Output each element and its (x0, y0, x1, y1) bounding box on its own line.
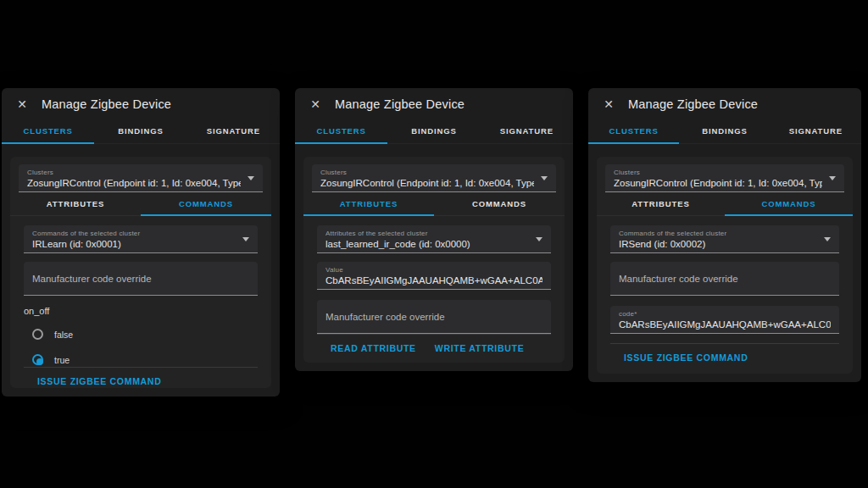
actions-row: ISSUE ZIGBEE COMMAND (610, 344, 839, 374)
chevron-down-icon (248, 176, 254, 180)
clusters-select-value: ZosungIRControl (Endpoint id: 1, Id: 0xe… (320, 178, 534, 188)
desktop-background: ✕ Manage Zigbee Device CLUSTERS BINDINGS… (0, 0, 868, 488)
subtab-attributes[interactable]: ATTRIBUTES (10, 192, 141, 215)
main-tabbar: CLUSTERS BINDINGS SIGNATURE (2, 119, 280, 144)
command-select-label: Commands of the selected cluster (619, 230, 817, 237)
actions-row: READ ATTRIBUTE WRITE ATTRIBUTE (317, 335, 551, 363)
issue-zigbee-command-button[interactable]: ISSUE ZIGBEE COMMAND (624, 352, 748, 363)
clusters-card: Clusters ZosungIRControl (Endpoint id: 1… (10, 157, 271, 388)
subtab-attributes[interactable]: ATTRIBUTES (303, 192, 434, 215)
manufacturer-code-input[interactable] (619, 274, 831, 284)
code-field[interactable]: code* (610, 306, 839, 334)
value-field-label: Value (326, 266, 542, 274)
clusters-card: Clusters ZosungIRControl (Endpoint id: 1… (597, 157, 853, 374)
clusters-select[interactable]: Clusters ZosungIRControl (Endpoint id: 1… (605, 164, 844, 192)
tab-signature[interactable]: SIGNATURE (771, 119, 861, 143)
tab-clusters[interactable]: CLUSTERS (588, 119, 679, 143)
manufacturer-code-input[interactable] (326, 312, 542, 322)
dialog-title: Manage Zigbee Device (335, 97, 465, 111)
dialog-header: ✕ Manage Zigbee Device (588, 88, 861, 116)
command-select-value: IRSend (id: 0x0002) (619, 239, 817, 249)
radio-unchecked-icon[interactable] (32, 329, 43, 340)
chevron-down-icon (824, 237, 831, 241)
subtab-commands[interactable]: COMMANDS (434, 192, 565, 215)
actions-section: ISSUE ZIGBEE COMMAND (610, 343, 839, 374)
issue-zigbee-command-button[interactable]: ISSUE ZIGBEE COMMAND (37, 376, 161, 386)
radio-group-label: on_off (24, 306, 258, 316)
clusters-select-value: ZosungIRControl (Endpoint id: 1, Id: 0xe… (27, 178, 241, 188)
attribute-select[interactable]: Attributes of the selected cluster last_… (317, 225, 551, 253)
subtab-commands[interactable]: COMMANDS (725, 192, 853, 215)
manufacturer-code-field[interactable] (24, 262, 258, 296)
tab-clusters[interactable]: CLUSTERS (2, 119, 94, 143)
attribute-select-label: Attributes of the selected cluster (326, 230, 529, 237)
actions-section: ISSUE ZIGBEE COMMAND (24, 367, 258, 388)
clusters-select-label: Clusters (614, 169, 822, 176)
tab-bindings[interactable]: BINDINGS (679, 119, 770, 143)
tab-bindings[interactable]: BINDINGS (387, 119, 480, 143)
manage-zigbee-device-dialog-2: ✕ Manage Zigbee Device CLUSTERS BINDINGS… (295, 88, 573, 371)
dialog-title: Manage Zigbee Device (42, 97, 171, 111)
attribute-select-value: last_learned_ir_code (id: 0x0000) (326, 239, 529, 249)
commands-form: Commands of the selected cluster IRSend … (597, 216, 853, 374)
clusters-select-label: Clusters (320, 169, 534, 176)
chevron-down-icon (541, 176, 548, 180)
main-tabbar: CLUSTERS BINDINGS SIGNATURE (588, 119, 861, 144)
tab-bindings[interactable]: BINDINGS (94, 119, 186, 143)
dialog-header: ✕ Manage Zigbee Device (2, 88, 280, 116)
manage-zigbee-device-dialog-3: ✕ Manage Zigbee Device CLUSTERS BINDINGS… (588, 88, 861, 382)
clusters-select[interactable]: Clusters ZosungIRControl (Endpoint id: 1… (312, 164, 556, 192)
manage-zigbee-device-dialog-1: ✕ Manage Zigbee Device CLUSTERS BINDINGS… (2, 88, 280, 396)
chevron-down-icon (242, 237, 249, 241)
close-icon[interactable]: ✕ (309, 98, 321, 110)
actions-section: READ ATTRIBUTE WRITE ATTRIBUTE (317, 334, 551, 363)
write-attribute-button[interactable]: WRITE ATTRIBUTE (435, 343, 525, 353)
radio-option-true[interactable]: true (32, 352, 258, 367)
command-select[interactable]: Commands of the selected cluster IRSend … (610, 225, 839, 253)
dialog-title: Manage Zigbee Device (628, 97, 758, 111)
clusters-select-label: Clusters (27, 169, 241, 176)
radio-label: false (54, 330, 73, 340)
code-field-label: code* (619, 310, 831, 318)
radio-label: true (54, 355, 70, 365)
code-field-input[interactable] (619, 319, 831, 330)
manufacturer-code-input[interactable] (32, 274, 249, 284)
clusters-select-value: ZosungIRControl (Endpoint id: 1, Id: 0xe… (614, 178, 822, 188)
manufacturer-code-field[interactable] (610, 262, 839, 296)
on-off-radio-group: on_off false true (24, 306, 258, 367)
attribute-value-field[interactable]: Value (317, 262, 551, 290)
read-attribute-button[interactable]: READ ATTRIBUTE (331, 343, 416, 353)
close-icon[interactable]: ✕ (603, 98, 615, 110)
actions-row: ISSUE ZIGBEE COMMAND (24, 368, 258, 388)
clusters-card: Clusters ZosungIRControl (Endpoint id: 1… (303, 157, 565, 363)
chevron-down-icon (829, 176, 836, 180)
subtab-attributes[interactable]: ATTRIBUTES (597, 192, 725, 215)
close-icon[interactable]: ✕ (16, 98, 28, 110)
subtab-commands[interactable]: COMMANDS (141, 192, 271, 215)
tab-clusters[interactable]: CLUSTERS (295, 119, 387, 143)
manufacturer-code-field[interactable] (317, 300, 551, 334)
radio-checked-icon[interactable] (32, 354, 43, 365)
dialog-header: ✕ Manage Zigbee Device (295, 88, 573, 116)
command-select-value: IRLearn (id: 0x0001) (32, 239, 236, 249)
radio-option-false[interactable]: false (32, 327, 258, 341)
sub-tabbar: ATTRIBUTES COMMANDS (303, 192, 565, 216)
tab-signature[interactable]: SIGNATURE (481, 119, 573, 143)
tab-signature[interactable]: SIGNATURE (187, 119, 280, 143)
chevron-down-icon (536, 237, 542, 241)
sub-tabbar: ATTRIBUTES COMMANDS (597, 192, 853, 216)
commands-form: Commands of the selected cluster IRLearn… (10, 216, 271, 388)
main-tabbar: CLUSTERS BINDINGS SIGNATURE (295, 119, 573, 144)
command-select[interactable]: Commands of the selected cluster IRLearn… (24, 225, 258, 253)
value-field-input[interactable] (326, 275, 542, 286)
command-select-label: Commands of the selected cluster (32, 230, 236, 237)
clusters-select[interactable]: Clusters ZosungIRControl (Endpoint id: 1… (19, 164, 263, 192)
attributes-form: Attributes of the selected cluster last_… (303, 216, 565, 363)
sub-tabbar: ATTRIBUTES COMMANDS (10, 192, 271, 216)
